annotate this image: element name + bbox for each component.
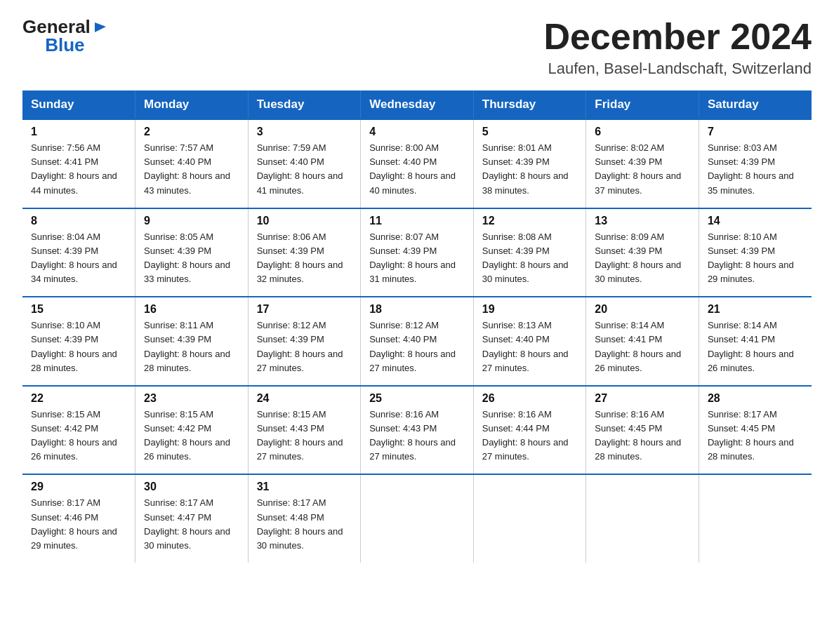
day-info-25: Sunrise: 8:16 AMSunset: 4:43 PMDaylight:… <box>369 409 456 462</box>
week-row-5: 29Sunrise: 8:17 AMSunset: 4:46 PMDayligh… <box>22 474 812 563</box>
empty-cell-w5-d4 <box>473 474 586 563</box>
month-title: December 2024 <box>543 17 812 57</box>
day-cell-15: 15Sunrise: 8:10 AMSunset: 4:39 PMDayligh… <box>22 297 135 386</box>
day-info-20: Sunrise: 8:14 AMSunset: 4:41 PMDaylight:… <box>595 320 681 373</box>
day-number-5: 5 <box>482 126 579 138</box>
week-row-2: 8Sunrise: 8:04 AMSunset: 4:39 PMDaylight… <box>22 208 812 297</box>
day-number-24: 24 <box>257 392 354 405</box>
header-row: SundayMondayTuesdayWednesdayThursdayFrid… <box>22 90 812 119</box>
day-number-10: 10 <box>257 215 354 227</box>
day-info-9: Sunrise: 8:05 AMSunset: 4:39 PMDaylight:… <box>144 232 230 284</box>
calendar-table: SundayMondayTuesdayWednesdayThursdayFrid… <box>22 90 812 563</box>
week-row-3: 15Sunrise: 8:10 AMSunset: 4:39 PMDayligh… <box>22 297 812 386</box>
day-cell-2: 2Sunrise: 7:57 AMSunset: 4:40 PMDaylight… <box>135 119 249 208</box>
day-number-20: 20 <box>595 303 691 316</box>
day-cell-31: 31Sunrise: 8:17 AMSunset: 4:48 PMDayligh… <box>248 474 361 563</box>
day-number-14: 14 <box>708 215 805 227</box>
header-friday: Friday <box>586 90 699 119</box>
header-saturday: Saturday <box>699 90 812 119</box>
day-cell-10: 10Sunrise: 8:06 AMSunset: 4:39 PMDayligh… <box>248 208 361 297</box>
day-info-10: Sunrise: 8:06 AMSunset: 4:39 PMDaylight:… <box>257 232 343 284</box>
day-info-18: Sunrise: 8:12 AMSunset: 4:40 PMDaylight:… <box>369 320 456 373</box>
day-cell-18: 18Sunrise: 8:12 AMSunset: 4:40 PMDayligh… <box>361 297 474 386</box>
day-info-5: Sunrise: 8:01 AMSunset: 4:39 PMDaylight:… <box>482 142 569 195</box>
logo-flag-icon <box>92 20 107 35</box>
day-info-17: Sunrise: 8:12 AMSunset: 4:39 PMDaylight:… <box>257 320 343 373</box>
day-number-4: 4 <box>369 126 466 138</box>
week-row-1: 1Sunrise: 7:56 AMSunset: 4:41 PMDaylight… <box>22 119 812 208</box>
day-info-4: Sunrise: 8:00 AMSunset: 4:40 PMDaylight:… <box>369 142 456 195</box>
svg-marker-0 <box>95 22 106 32</box>
day-info-22: Sunrise: 8:15 AMSunset: 4:42 PMDaylight:… <box>31 409 117 462</box>
header-sunday: Sunday <box>22 90 135 119</box>
day-cell-5: 5Sunrise: 8:01 AMSunset: 4:39 PMDaylight… <box>473 119 586 208</box>
day-number-1: 1 <box>31 126 128 138</box>
day-info-23: Sunrise: 8:15 AMSunset: 4:42 PMDaylight:… <box>144 409 230 462</box>
day-info-15: Sunrise: 8:10 AMSunset: 4:39 PMDaylight:… <box>31 320 117 373</box>
day-info-30: Sunrise: 8:17 AMSunset: 4:47 PMDaylight:… <box>144 497 230 550</box>
day-number-12: 12 <box>482 215 579 227</box>
day-cell-1: 1Sunrise: 7:56 AMSunset: 4:41 PMDaylight… <box>22 119 135 208</box>
day-info-3: Sunrise: 7:59 AMSunset: 4:40 PMDaylight:… <box>257 142 343 195</box>
day-number-7: 7 <box>708 126 805 138</box>
day-info-28: Sunrise: 8:17 AMSunset: 4:45 PMDaylight:… <box>708 409 794 462</box>
day-number-9: 9 <box>144 215 241 227</box>
day-number-3: 3 <box>257 126 354 138</box>
day-number-25: 25 <box>369 392 466 405</box>
day-cell-6: 6Sunrise: 8:02 AMSunset: 4:39 PMDaylight… <box>586 119 699 208</box>
day-cell-25: 25Sunrise: 8:16 AMSunset: 4:43 PMDayligh… <box>361 386 474 475</box>
day-cell-3: 3Sunrise: 7:59 AMSunset: 4:40 PMDaylight… <box>248 119 361 208</box>
day-number-31: 31 <box>257 481 354 493</box>
day-cell-9: 9Sunrise: 8:05 AMSunset: 4:39 PMDaylight… <box>135 208 249 297</box>
day-cell-20: 20Sunrise: 8:14 AMSunset: 4:41 PMDayligh… <box>586 297 699 386</box>
day-number-28: 28 <box>708 392 805 405</box>
location-title: Laufen, Basel-Landschaft, Switzerland <box>543 60 812 78</box>
day-number-21: 21 <box>708 303 805 316</box>
day-info-26: Sunrise: 8:16 AMSunset: 4:44 PMDaylight:… <box>482 409 569 462</box>
day-cell-17: 17Sunrise: 8:12 AMSunset: 4:39 PMDayligh… <box>248 297 361 386</box>
day-cell-27: 27Sunrise: 8:16 AMSunset: 4:45 PMDayligh… <box>586 386 699 475</box>
day-info-6: Sunrise: 8:02 AMSunset: 4:39 PMDaylight:… <box>595 142 681 195</box>
day-cell-14: 14Sunrise: 8:10 AMSunset: 4:39 PMDayligh… <box>699 208 812 297</box>
day-cell-26: 26Sunrise: 8:16 AMSunset: 4:44 PMDayligh… <box>473 386 586 475</box>
day-number-23: 23 <box>144 392 241 405</box>
week-row-4: 22Sunrise: 8:15 AMSunset: 4:42 PMDayligh… <box>22 386 812 475</box>
day-info-24: Sunrise: 8:15 AMSunset: 4:43 PMDaylight:… <box>257 409 343 462</box>
day-info-12: Sunrise: 8:08 AMSunset: 4:39 PMDaylight:… <box>482 232 569 284</box>
day-cell-13: 13Sunrise: 8:09 AMSunset: 4:39 PMDayligh… <box>586 208 699 297</box>
day-number-29: 29 <box>31 481 128 493</box>
day-info-7: Sunrise: 8:03 AMSunset: 4:39 PMDaylight:… <box>708 142 794 195</box>
day-cell-30: 30Sunrise: 8:17 AMSunset: 4:47 PMDayligh… <box>135 474 249 563</box>
calendar-header: SundayMondayTuesdayWednesdayThursdayFrid… <box>22 90 812 119</box>
day-number-30: 30 <box>144 481 241 493</box>
day-info-31: Sunrise: 8:17 AMSunset: 4:48 PMDaylight:… <box>257 497 343 550</box>
header-monday: Monday <box>135 90 249 119</box>
day-number-11: 11 <box>369 215 466 227</box>
day-cell-7: 7Sunrise: 8:03 AMSunset: 4:39 PMDaylight… <box>699 119 812 208</box>
day-info-13: Sunrise: 8:09 AMSunset: 4:39 PMDaylight:… <box>595 232 681 284</box>
empty-cell-w5-d3 <box>361 474 474 563</box>
day-info-1: Sunrise: 7:56 AMSunset: 4:41 PMDaylight:… <box>31 142 117 195</box>
day-cell-19: 19Sunrise: 8:13 AMSunset: 4:40 PMDayligh… <box>473 297 586 386</box>
day-info-29: Sunrise: 8:17 AMSunset: 4:46 PMDaylight:… <box>31 497 117 550</box>
header-thursday: Thursday <box>473 90 586 119</box>
day-info-16: Sunrise: 8:11 AMSunset: 4:39 PMDaylight:… <box>144 320 230 373</box>
day-number-8: 8 <box>31 215 128 227</box>
header-tuesday: Tuesday <box>248 90 361 119</box>
day-cell-11: 11Sunrise: 8:07 AMSunset: 4:39 PMDayligh… <box>361 208 474 297</box>
day-cell-16: 16Sunrise: 8:11 AMSunset: 4:39 PMDayligh… <box>135 297 249 386</box>
day-number-6: 6 <box>595 126 691 138</box>
day-number-2: 2 <box>144 126 241 138</box>
day-number-27: 27 <box>595 392 691 405</box>
day-cell-29: 29Sunrise: 8:17 AMSunset: 4:46 PMDayligh… <box>22 474 135 563</box>
day-info-14: Sunrise: 8:10 AMSunset: 4:39 PMDaylight:… <box>708 232 794 284</box>
empty-cell-w5-d6 <box>699 474 812 563</box>
logo: GeneralBlue <box>22 17 107 56</box>
day-cell-12: 12Sunrise: 8:08 AMSunset: 4:39 PMDayligh… <box>473 208 586 297</box>
title-area: December 2024 Laufen, Basel-Landschaft, … <box>543 17 812 78</box>
day-cell-24: 24Sunrise: 8:15 AMSunset: 4:43 PMDayligh… <box>248 386 361 475</box>
day-info-21: Sunrise: 8:14 AMSunset: 4:41 PMDaylight:… <box>708 320 794 373</box>
calendar-body: 1Sunrise: 7:56 AMSunset: 4:41 PMDaylight… <box>22 119 812 563</box>
empty-cell-w5-d5 <box>586 474 699 563</box>
header-wednesday: Wednesday <box>361 90 474 119</box>
